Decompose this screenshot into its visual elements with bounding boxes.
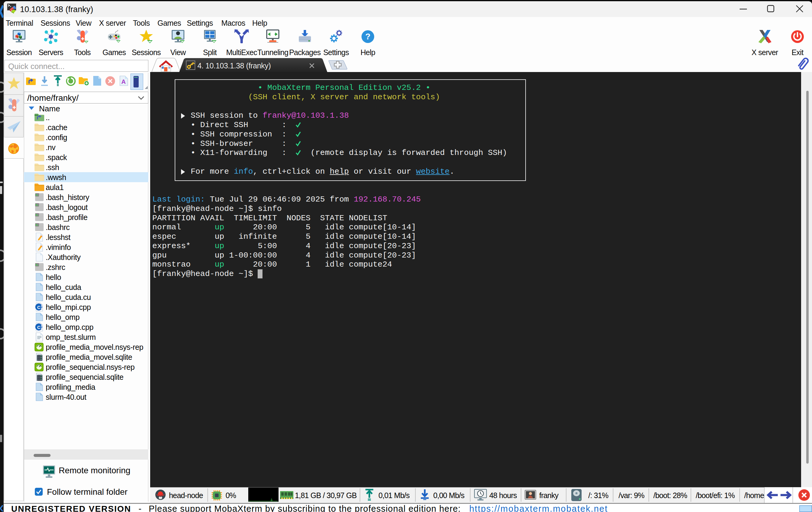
svg-text:4. 10.103.1.38 (franky): 4. 10.103.1.38 (franky) xyxy=(197,61,271,70)
svg-text:?: ? xyxy=(365,32,370,41)
svg-text:A: A xyxy=(121,79,126,85)
